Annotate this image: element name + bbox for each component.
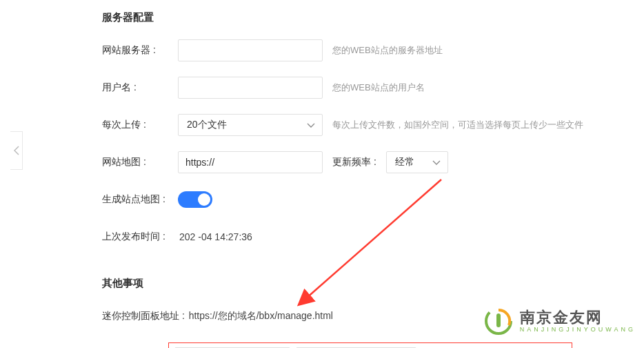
sidebar-collapse-handle[interactable] <box>10 131 23 170</box>
gen-sitemap-toggle[interactable] <box>178 191 212 208</box>
update-frequency-select[interactable]: 经常 <box>386 151 448 173</box>
username-help: 您的WEB站点的用户名 <box>332 81 425 94</box>
last-publish-label: 上次发布时间 : <box>102 231 178 243</box>
gen-sitemap-label: 生成站点地图 : <box>102 193 178 206</box>
server-input[interactable] <box>178 39 323 61</box>
per-upload-help: 每次上传文件数，如国外空间，可适当选择每页上传少一些文件 <box>332 119 583 131</box>
username-input[interactable] <box>178 77 323 99</box>
watermark-text: 南京金友网 <box>520 309 636 325</box>
server-config-heading: 服务器配置 <box>102 11 644 24</box>
sitemap-input[interactable] <box>178 151 323 173</box>
watermark: 南京金友网 NANJINGJINYOUWANG <box>484 307 636 336</box>
per-upload-selected: 20个文件 <box>187 119 227 131</box>
update-frequency-selected: 经常 <box>395 156 414 168</box>
username-label: 用户名 : <box>102 81 178 94</box>
update-frequency-label: 更新频率 : <box>332 156 376 168</box>
chevron-down-icon <box>432 157 441 168</box>
verify-highlight-box: 只支持txt文件，只支持字母数字组合 <box>168 342 572 348</box>
server-label: 网站服务器 : <box>102 44 178 57</box>
svg-rect-2 <box>496 313 501 327</box>
mini-panel-label: 迷你控制面板地址 : <box>102 310 185 322</box>
chevron-left-icon <box>14 146 19 155</box>
watermark-subtext: NANJINGJINYOUWANG <box>520 326 636 333</box>
last-publish-value: 202 -04 14:27:36 <box>178 231 252 242</box>
watermark-logo-icon <box>484 307 513 336</box>
chevron-down-icon <box>307 119 315 130</box>
server-help: 您的WEB站点的服务器地址 <box>332 44 443 57</box>
sitemap-label: 网站地图 : <box>102 156 178 168</box>
mini-panel-url: https://您的域名/bbx/manage.html <box>188 310 333 322</box>
other-items-heading: 其他事项 <box>102 277 644 290</box>
toggle-dot <box>198 193 210 206</box>
per-upload-select[interactable]: 20个文件 <box>178 114 323 136</box>
per-upload-label: 每次上传 : <box>102 119 178 131</box>
